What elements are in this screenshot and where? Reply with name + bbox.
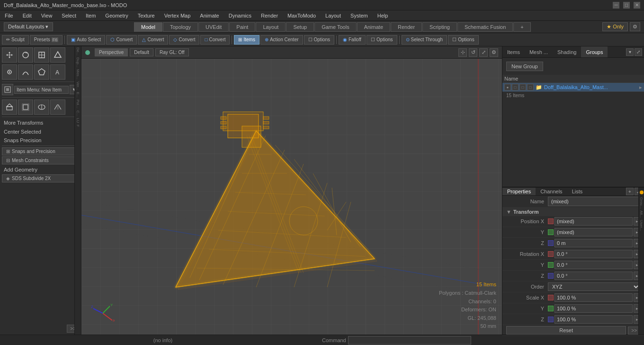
viewport-shading-button[interactable]: Default — [130, 48, 153, 56]
viewport-perspective-button[interactable]: Perspective — [95, 48, 128, 56]
tab-lists[interactable]: Lists — [567, 188, 588, 195]
tab-add[interactable]: + — [513, 22, 530, 32]
add-geometry-item[interactable]: Add Geometry ▸ — [0, 165, 81, 174]
viewport-expand-icon[interactable]: ⤢ — [479, 48, 488, 57]
position-z-input[interactable] — [555, 239, 633, 247]
menu-layout[interactable]: Layout — [321, 10, 346, 20]
polygon-tool-button[interactable] — [34, 64, 49, 80]
tab-paint[interactable]: Paint — [229, 22, 255, 32]
tab-layout[interactable]: Layout — [256, 22, 286, 32]
position-y-input[interactable] — [555, 228, 633, 236]
tab-model[interactable]: Model — [134, 22, 162, 32]
menu-animate[interactable]: Animate — [195, 10, 224, 20]
menu-select[interactable]: Select — [57, 10, 81, 20]
menu-geometry[interactable]: Geometry — [100, 10, 133, 20]
scale-y-input[interactable] — [555, 304, 633, 313]
menu-texture[interactable]: Texture — [133, 10, 160, 20]
item-row-main[interactable]: ● □ □ □ 📁 Doff_Balalaika_Alto_Mast... ▸ — [502, 83, 644, 92]
convert-1-button[interactable]: ⬡ Convert — [106, 35, 137, 45]
menu-system[interactable]: System — [346, 10, 373, 20]
rotation-z-input[interactable] — [555, 272, 633, 280]
viewport-settings-icon[interactable]: ⚙ — [490, 48, 498, 57]
extrude-tool-button[interactable] — [2, 100, 17, 115]
props-add-button[interactable]: + — [626, 188, 634, 195]
rotation-y-input[interactable] — [555, 261, 633, 269]
star-only-button[interactable]: ★ Only — [602, 22, 628, 31]
menu-maxtomodo[interactable]: MaxToModo — [283, 10, 321, 20]
menu-help[interactable]: Help — [373, 10, 393, 20]
tab-items[interactable]: Items — [502, 46, 525, 57]
move-tool-button[interactable] — [2, 47, 17, 63]
item-type-icon[interactable]: □ — [527, 84, 534, 91]
convert-3-button[interactable]: ◇ Convert — [169, 35, 199, 45]
menu-view[interactable]: View — [36, 10, 57, 20]
viewport-refresh-icon[interactable]: ↺ — [469, 48, 477, 57]
viewport-raygl-button[interactable]: Ray GL: Off — [155, 48, 189, 56]
tab-render[interactable]: Render — [391, 22, 422, 32]
convert-4-button[interactable]: □ Convert — [200, 35, 230, 45]
auto-select-button[interactable]: ▣ Auto Select — [67, 35, 105, 45]
rotation-x-input[interactable] — [555, 250, 633, 258]
snaps-precision-item[interactable]: Snaps Precision — [0, 136, 81, 145]
transform-tool-button[interactable] — [50, 47, 65, 63]
action-center-button[interactable]: ⊕ Action Center — [260, 35, 303, 45]
convert-2-button[interactable]: △ Convert — [138, 35, 168, 45]
scale-x-input[interactable] — [555, 293, 633, 302]
menu-render[interactable]: Render — [256, 10, 283, 20]
tab-setup[interactable]: Setup — [286, 22, 314, 32]
select-through-button[interactable]: ⊙ Select Through — [402, 35, 447, 45]
text-tool-button[interactable]: A — [50, 64, 65, 80]
tab-shading[interactable]: Shading — [553, 46, 581, 57]
options-2-button[interactable]: ☐ Options — [367, 35, 397, 45]
presets-button[interactable]: Presets F6 — [30, 35, 63, 45]
center-selected-item[interactable]: Center Selected ▾ — [0, 127, 81, 136]
command-input[interactable] — [348, 336, 471, 345]
sds-subdivide-button[interactable]: ◈ SDS Subdivide 2X — [2, 174, 79, 182]
edge-tool-button[interactable] — [18, 64, 33, 80]
close-button[interactable]: ✕ — [634, 2, 640, 9]
tab-schematic-fusion[interactable]: Schematic Fusion — [457, 22, 513, 32]
menu-dynamics[interactable]: Dynamics — [224, 10, 256, 20]
item-render-icon[interactable]: □ — [519, 84, 526, 91]
tab-scripting[interactable]: Scripting — [422, 22, 457, 32]
menu-file[interactable]: File — [0, 10, 18, 20]
tab-groups[interactable]: Groups — [581, 46, 608, 57]
minimize-button[interactable]: ─ — [613, 2, 619, 9]
groups-dropdown-button[interactable]: ▾ — [626, 48, 634, 56]
name-input[interactable] — [548, 197, 640, 206]
viewport[interactable]: Perspective Default Ray GL: Off ⊹ ↺ ⤢ ⚙ — [81, 46, 502, 335]
tab-properties[interactable]: Properties — [502, 188, 536, 195]
snaps-precision-button[interactable]: ⊞ Snaps and Precision — [2, 147, 79, 155]
more-transforms-item[interactable]: More Transforms ▾ — [0, 118, 81, 127]
tab-channels[interactable]: Channels — [536, 188, 567, 195]
tab-animate[interactable]: Animate — [357, 22, 390, 32]
rotate-tool-button[interactable] — [18, 47, 33, 63]
item-eye-icon[interactable]: ● — [504, 84, 511, 91]
menu-edit[interactable]: Edit — [18, 10, 36, 20]
mesh-constraints-button[interactable]: ⊟ Mesh Constraints — [2, 156, 79, 164]
panel-expand-button[interactable]: ⤢ — [635, 48, 642, 56]
bridge-tool-button[interactable] — [50, 100, 65, 115]
layout-dropdown[interactable]: Default Layouts ▾ — [4, 22, 53, 31]
settings-button[interactable]: ⚙ — [630, 22, 640, 31]
tab-topology[interactable]: Topology — [163, 22, 198, 32]
viewport-maximize-icon[interactable]: ⊹ — [458, 48, 467, 57]
reset-button[interactable]: Reset — [506, 326, 626, 335]
menu-item[interactable]: Item — [81, 10, 100, 20]
tab-uvedit[interactable]: UVEdit — [198, 22, 229, 32]
vertex-tool-button[interactable] — [2, 64, 17, 80]
order-select[interactable]: XYZ XZY YXZ YZX ZXY ZYX — [548, 282, 640, 291]
item-lock-icon[interactable]: □ — [512, 84, 519, 91]
items-button[interactable]: ⊞ Items — [234, 35, 259, 45]
options-1-button[interactable]: ☐ Options — [304, 35, 334, 45]
item-menu-button[interactable]: Item Menu: New Item — [14, 86, 69, 94]
viewport-canvas[interactable]: X Y Z 15 Items Polygons : Catmull-Clark … — [81, 59, 502, 335]
bevel-tool-button[interactable] — [18, 100, 33, 115]
tab-game-tools[interactable]: Game Tools — [314, 22, 357, 32]
menu-vertex-map[interactable]: Vertex Map — [160, 10, 196, 20]
position-x-input[interactable] — [555, 217, 633, 226]
falloff-button[interactable]: ◉ Falloff — [339, 35, 366, 45]
maximize-button[interactable]: □ — [623, 2, 630, 9]
sculpt-button[interactable]: ✏ Sculpt — [2, 35, 29, 45]
item-expand-icon[interactable]: ▸ — [639, 84, 642, 91]
